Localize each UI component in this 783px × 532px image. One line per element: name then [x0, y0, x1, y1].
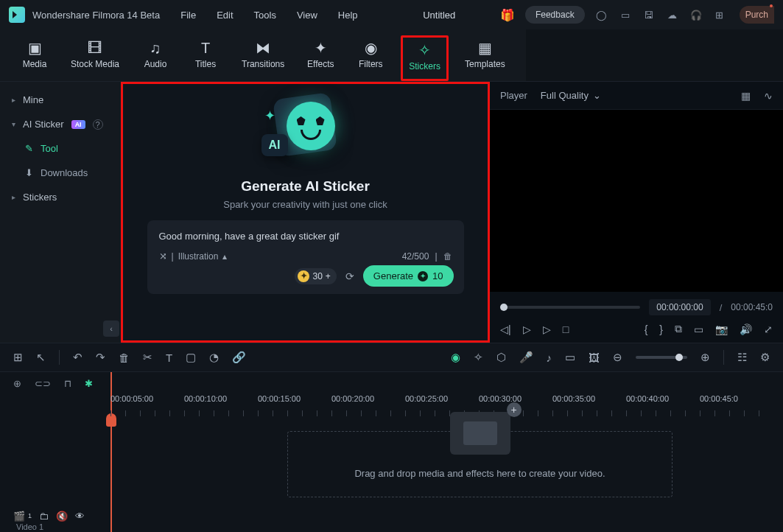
sidebar-item-stickers[interactable]: ▸Stickers — [0, 185, 121, 209]
visibility-icon[interactable]: 👁 — [75, 511, 85, 522]
next-frame-button[interactable]: ▷ — [543, 323, 551, 335]
crop-icon[interactable]: ⧉ — [675, 323, 682, 335]
tab-audio[interactable]: ♫Audio — [136, 35, 175, 81]
generator-subtitle: Spark your creativity with just one clic… — [223, 199, 387, 210]
document-title: Untitled — [379, 10, 500, 21]
apps-icon[interactable]: ⊞ — [713, 8, 726, 21]
prompt-input[interactable]: Good morning, have a great day sticker g… — [159, 231, 452, 242]
menu-help[interactable]: Help — [338, 10, 358, 21]
timeline-ruler[interactable]: 00:00:05:00 00:00:10:00 00:00:15:00 00:0… — [110, 394, 783, 416]
tab-filters[interactable]: ◉Filters — [351, 35, 390, 81]
sticker-illustration: ✦ AI — [261, 91, 350, 172]
zoom-slider[interactable] — [636, 356, 687, 359]
credits-pill[interactable]: ✦30+ — [295, 268, 336, 284]
sidebar-item-ai-sticker[interactable]: ▾AI StickerAI? — [0, 112, 121, 136]
tab-templates[interactable]: ▦Templates — [459, 35, 511, 81]
record-icon[interactable]: ◯ — [595, 8, 608, 21]
time-current: 00:00:00:00 — [649, 299, 710, 315]
tab-media[interactable]: ▣Media — [15, 35, 55, 81]
preview-tab-player[interactable]: Player — [500, 90, 527, 101]
headphones-icon[interactable]: 🎧 — [689, 8, 703, 21]
monitor-icon[interactable]: ▭ — [694, 323, 703, 335]
grid-icon[interactable]: ▦ — [741, 90, 751, 102]
sidebar-item-tool[interactable]: ✎Tool — [0, 136, 121, 161]
stop-button[interactable]: □ — [563, 323, 569, 335]
purchase-button[interactable]: Purch — [740, 6, 774, 24]
trash-icon[interactable]: 🗑 — [443, 251, 452, 262]
pointer-icon[interactable]: ↖ — [36, 351, 46, 364]
speed-icon[interactable]: ◔ — [209, 351, 219, 364]
wand-icon: ✎ — [25, 143, 33, 154]
volume-icon[interactable]: 🔊 — [740, 323, 752, 335]
layout-icon[interactable]: ⊞ — [13, 351, 23, 364]
preview-panel: Player Full Quality⌄ ▦ ∿ 00:00:00:00 / 0… — [490, 82, 783, 343]
play-button[interactable]: ▷ — [523, 323, 531, 335]
text-icon[interactable]: T — [166, 351, 172, 364]
tab-effects[interactable]: ✦Effects — [301, 35, 340, 81]
tab-stock-media[interactable]: 🎞Stock Media — [65, 35, 125, 81]
cut-icon[interactable]: ✂ — [143, 351, 152, 364]
preview-progress[interactable] — [500, 306, 640, 309]
redo-icon[interactable]: ↷ — [96, 351, 105, 364]
app-logo-icon — [9, 7, 25, 23]
preview-viewport[interactable] — [490, 110, 783, 292]
feedback-button[interactable]: Feedback — [525, 6, 585, 24]
marker-icon[interactable]: ✧ — [474, 351, 483, 364]
folder-icon[interactable]: 🗀 — [39, 511, 49, 522]
undo-icon[interactable]: ↶ — [73, 351, 82, 364]
style-selector[interactable]: ⤨ | Illustration ▴ — [159, 251, 228, 262]
time-total: 00:00:45:0 — [731, 302, 773, 312]
prev-frame-button[interactable]: ◁| — [500, 323, 511, 335]
auto-icon[interactable]: ✱ — [85, 378, 93, 389]
sidebar-item-downloads[interactable]: ⬇Downloads — [0, 161, 121, 185]
plus-icon: + — [507, 402, 522, 417]
copilot-icon[interactable]: ◉ — [451, 351, 460, 364]
image-icon[interactable]: 🖼 — [589, 351, 600, 364]
gift-icon[interactable]: 🎁 — [500, 8, 515, 22]
tab-transitions[interactable]: ⧓Transitions — [236, 35, 290, 81]
zoom-out-icon[interactable]: ⊖ — [613, 351, 622, 364]
adjust-icon[interactable]: ▭ — [565, 351, 575, 364]
audio-icon: ♫ — [150, 40, 161, 56]
settings-icon[interactable]: ⚙ — [760, 351, 770, 364]
add-track-icon[interactable]: ⊕ — [13, 378, 21, 389]
mic-icon[interactable]: 🎤 — [519, 351, 533, 364]
help-icon[interactable]: ? — [93, 119, 103, 130]
music-icon[interactable]: ♪ — [547, 351, 552, 364]
shield-icon[interactable]: ⬡ — [496, 351, 506, 364]
app-title: Wondershare Filmora 14 Beta — [32, 10, 160, 21]
quality-selector[interactable]: Full Quality⌄ — [541, 90, 601, 101]
waveform-icon[interactable]: ∿ — [764, 90, 773, 102]
mark-out-icon[interactable]: } — [659, 323, 663, 335]
save-icon[interactable]: 🖫 — [642, 8, 656, 21]
menu-tools[interactable]: Tools — [254, 10, 276, 21]
expand-icon[interactable]: ⤢ — [764, 323, 773, 335]
refresh-icon[interactable]: ⟳ — [345, 270, 354, 282]
menu-edit[interactable]: Edit — [217, 10, 233, 21]
sidebar-item-mine[interactable]: ▸Mine — [0, 88, 121, 112]
sidebar-collapse-button[interactable]: ‹ — [103, 321, 119, 337]
menu-file[interactable]: File — [180, 10, 196, 21]
mark-in-icon[interactable]: { — [645, 323, 648, 335]
snapshot-icon[interactable]: 📷 — [715, 323, 728, 335]
transitions-icon: ⧓ — [256, 40, 270, 56]
magnet-icon[interactable]: ⊓ — [64, 378, 71, 389]
tab-stickers[interactable]: ✧Stickers — [401, 35, 449, 81]
track-label-video: Video 1 — [3, 522, 783, 531]
shuffle-icon[interactable]: ⤨ — [159, 251, 167, 262]
timeline-drop-zone[interactable]: + Drag and drop media and effects here t… — [287, 431, 673, 497]
media-tabs-row: ▣Media 🎞Stock Media ♫Audio TTitles ⧓Tran… — [0, 29, 783, 82]
generate-button[interactable]: Generate✦10 — [363, 265, 454, 287]
zoom-in-icon[interactable]: ⊕ — [701, 351, 710, 364]
cloud-icon[interactable]: ☁ — [666, 8, 679, 21]
crop-tool-icon[interactable]: ▢ — [186, 351, 196, 364]
cost-coin-icon: ✦ — [418, 271, 428, 281]
display-icon[interactable]: ▭ — [619, 8, 632, 21]
delete-icon[interactable]: 🗑 — [119, 351, 130, 364]
mute-icon[interactable]: 🔇 — [56, 511, 68, 522]
list-icon[interactable]: ☷ — [737, 351, 747, 364]
link-icon[interactable]: 🔗 — [232, 351, 246, 364]
link-tracks-icon[interactable]: ⊂⊃ — [35, 378, 51, 389]
tab-titles[interactable]: TTitles — [186, 35, 225, 81]
menu-view[interactable]: View — [297, 10, 317, 21]
